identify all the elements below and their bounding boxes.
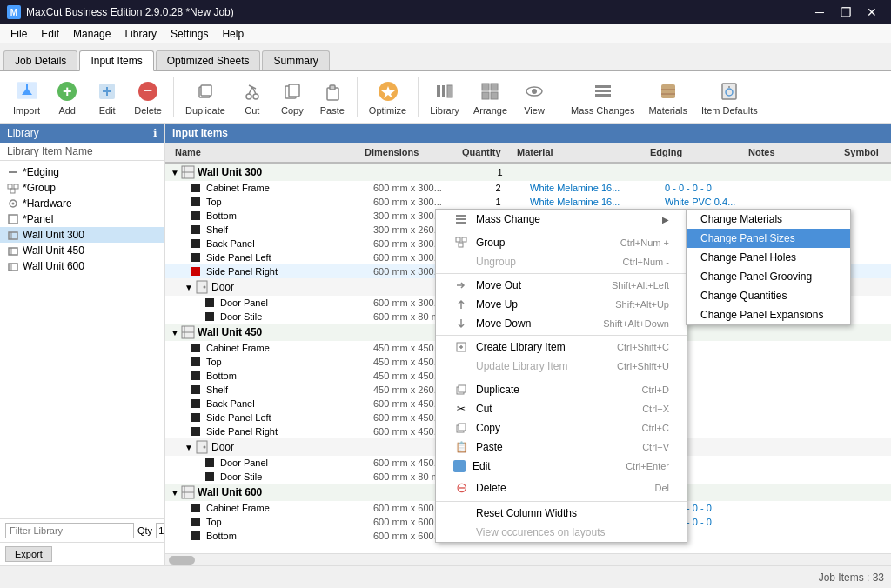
materials-button[interactable]: Materials [642,75,693,120]
edit-button[interactable]: Edit [88,75,126,120]
item-color [205,312,214,321]
copy-button[interactable]: Copy [273,75,312,120]
app-title: MaxCut Business Edition 2.9.0.28 *New Jo… [26,6,234,18]
filter-bar: Qty [0,518,164,542]
ctx-group[interactable]: Group Ctrl+Num + [436,233,687,252]
menu-library[interactable]: Library [117,24,164,43]
submenu-change-panel-sizes[interactable]: Change Panel Sizes [687,229,850,248]
library-icon [432,79,457,104]
library-info-icon[interactable]: ℹ [153,127,157,139]
item-color [191,371,200,380]
qty-input[interactable] [156,523,165,538]
item-cabinet-frame-300[interactable]: Cabinet Frame 600 mm x 300... 2 White Me… [165,181,891,195]
back-panel-300-name: Back Panel [203,237,370,250]
edit-icon [95,79,119,104]
ctx-sep5 [436,501,687,502]
add-button[interactable]: + Add [48,75,86,120]
submenu-change-panel-holes[interactable]: Change Panel Holes [687,248,850,267]
ctx-move-up[interactable]: Move Up Shift+Alt+Up [436,295,687,314]
lib-item-edging[interactable]: *Edging [0,164,164,180]
delete-button[interactable]: − Delete [128,75,168,120]
ctx-move-down[interactable]: Move Down Shift+Alt+Down [436,314,687,333]
menu-file[interactable]: File [3,24,34,43]
ctx-update-lib[interactable]: Update Library Item Ctrl+Shift+U [436,357,687,376]
import-button[interactable]: Import [7,75,46,120]
ctx-create-lib-shortcut: Ctrl+Shift+C [617,342,669,352]
panel-icon [7,213,19,225]
copy-label: Copy [281,105,304,116]
item-color [191,518,200,526]
cut-button[interactable]: Cut [233,75,271,120]
item-color [205,298,214,307]
library-button[interactable]: Library [424,75,466,120]
ctx-reset-cols[interactable]: Reset Column Widths [436,504,687,523]
duplicate-icon [193,79,218,104]
h-scrollbar[interactable] [165,553,891,565]
library-label: Library [430,105,459,116]
arrange-button[interactable]: Arrange [467,75,513,120]
hardware-icon [7,197,19,210]
door-panel-300-name: Door Panel [217,297,370,309]
ctx-paste-label: Paste [476,441,503,453]
ctx-move-out[interactable]: Move Out Shift+Alt+Left [436,276,687,295]
lib-item-wall300[interactable]: Wall Unit 300 [0,227,164,243]
ctx-copy[interactable]: Copy Ctrl+C [436,418,687,438]
submenu-change-quantities[interactable]: Change Quantities [687,286,850,305]
ctx-view-layouts[interactable]: View occurences on layouts [436,523,687,542]
item-color [205,458,214,467]
ctx-paste[interactable]: 📋 Paste Ctrl+V [436,438,687,457]
svg-rect-66 [456,237,460,242]
menu-help[interactable]: Help [215,24,251,43]
mass-changes-label: Mass Changes [571,105,634,116]
svg-rect-7 [201,85,211,96]
ctx-duplicate[interactable]: Duplicate Ctrl+D [436,380,687,399]
duplicate-button[interactable]: Duplicate [179,75,231,120]
lib-item-group[interactable]: *Group [0,180,164,196]
ctx-create-lib[interactable]: Create Library Item Ctrl+Shift+C [436,337,687,357]
tab-input-items[interactable]: Input Items [79,50,153,71]
mass-changes-button[interactable]: Mass Changes [565,75,640,120]
lib-item-hardware[interactable]: *Hardware [0,196,164,211]
filter-input[interactable] [5,523,134,538]
lib-item-wall450[interactable]: Wall Unit 450 [0,243,164,258]
ctx-delete[interactable]: ⊖ Delete Del [436,476,687,499]
tab-optimized-sheets[interactable]: Optimized Sheets [156,50,261,70]
item-defaults-label: Item Defaults [701,105,758,116]
cut-ctx-icon: ✂ [453,403,469,415]
svg-rect-23 [491,84,498,90]
export-button[interactable]: Export [5,546,52,562]
wall300-qty: 1 [472,166,528,178]
optimize-button[interactable]: Optimize [363,75,412,120]
tab-summary[interactable]: Summary [262,50,329,70]
close-button[interactable]: ✕ [860,0,884,24]
minimize-button[interactable]: ─ [807,0,832,24]
ctx-edit[interactable]: Edit Ctrl+Enter [436,457,687,476]
group-wall-unit-300[interactable]: ▼ Wall Unit 300 1 [165,164,891,181]
restore-button[interactable]: ❐ [834,0,858,24]
lib-item-wall600[interactable]: Wall Unit 600 [0,258,164,274]
submenu-change-panel-grooving[interactable]: Change Panel Grooving [687,267,850,286]
ctx-ungroup[interactable]: Ungroup Ctrl+Num - [436,252,687,271]
door-300-name: Door [211,281,385,293]
paste-button[interactable]: Paste [313,75,352,120]
submenu-change-panel-expansions[interactable]: Change Panel Expansions [687,305,850,324]
submenu-change-materials[interactable]: Change Materials [687,210,850,229]
lib-item-panel[interactable]: *Panel [0,211,164,227]
ctx-cut[interactable]: ✂ Cut Ctrl+X [436,399,687,418]
item-color [191,225,200,234]
item-color [191,184,200,192]
menu-bar: File Edit Manage Library Settings Help [0,24,891,43]
menu-manage[interactable]: Manage [66,24,117,43]
menu-edit[interactable]: Edit [34,24,66,43]
tab-job-details[interactable]: Job Details [3,50,77,70]
ctx-move-out-label: Move Out [476,279,521,291]
group-cabinet-icon [181,485,195,499]
item-top-300[interactable]: Top 600 mm x 300... 1 White Melamine 16.… [165,195,891,209]
ctx-reset-cols-label: Reset Column Widths [476,507,577,519]
svg-rect-30 [595,94,611,97]
item-defaults-button[interactable]: Item Defaults [695,75,764,120]
menu-settings[interactable]: Settings [164,24,215,43]
svg-rect-44 [9,232,17,239]
ctx-mass-change[interactable]: Mass Change ▶ [436,210,687,229]
view-button[interactable]: View [515,75,553,120]
